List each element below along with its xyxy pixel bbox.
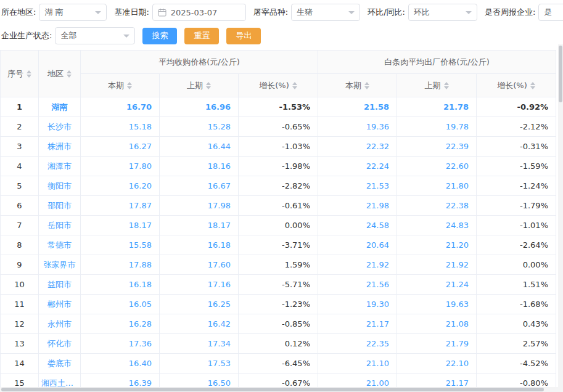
- col-header-factory-current-label: 本期: [345, 80, 361, 91]
- cell-factory-current: 20.64: [318, 235, 397, 255]
- cell-factory-growth: -1.01%: [477, 216, 556, 235]
- col-header-factory-growth-label: 增长(%): [497, 80, 527, 91]
- weekly-report-select[interactable]: 是: [538, 4, 563, 21]
- cell-region[interactable]: 郴州市: [39, 295, 81, 314]
- col-header-factory-previous[interactable]: 上期: [397, 74, 477, 97]
- cell-factory-current: 21.92: [318, 255, 397, 275]
- cell-purchase-previous: 16.25: [160, 295, 239, 314]
- horizontal-scrollbar-thumb[interactable]: [1, 388, 544, 391]
- sort-icon[interactable]: [364, 82, 369, 89]
- table-row[interactable]: 3 株洲市 16.27 16.44 -1.03% 22.32 22.39 -0.…: [1, 137, 556, 157]
- cell-region[interactable]: 张家界市: [39, 255, 81, 275]
- cell-purchase-current: 16.28: [81, 314, 160, 334]
- table-header-sub-row: 本期 上期 增长(%): [1, 74, 556, 97]
- cell-purchase-growth: 0.12%: [239, 334, 318, 354]
- col-header-factory-growth[interactable]: 增长(%): [477, 74, 556, 97]
- reset-button[interactable]: 重置: [184, 28, 219, 44]
- cell-index: 10: [1, 275, 39, 295]
- col-header-purchase-growth[interactable]: 增长(%): [239, 74, 318, 97]
- cell-purchase-growth: -0.61%: [239, 196, 318, 216]
- horizontal-scrollbar[interactable]: [0, 387, 563, 392]
- sort-icon[interactable]: [206, 82, 211, 89]
- table-row[interactable]: 14 娄底市 16.40 17.53 -6.45% 21.10 22.10 -4…: [1, 354, 556, 374]
- cell-index: 6: [1, 196, 39, 216]
- cell-purchase-current: 15.18: [81, 117, 160, 137]
- vertical-scrollbar-thumb[interactable]: [559, 46, 562, 102]
- table-row[interactable]: 9 张家界市 17.88 17.60 1.59% 21.92 21.92 0.0…: [1, 255, 556, 275]
- cell-region[interactable]: 怀化市: [39, 334, 81, 354]
- filter-region-label: 所在地区:: [1, 7, 36, 18]
- sort-icon[interactable]: [67, 70, 72, 78]
- table-row[interactable]: 5 衡阳市 16.20 16.67 -2.82% 21.53 21.80 -1.…: [1, 176, 556, 196]
- sort-icon[interactable]: [530, 82, 535, 89]
- cell-factory-growth: -0.31%: [477, 137, 556, 157]
- cell-index: 11: [1, 295, 39, 314]
- cell-purchase-growth: -1.98%: [239, 157, 318, 176]
- cell-purchase-previous: 17.34: [160, 334, 239, 354]
- cell-factory-previous: 21.08: [397, 314, 477, 334]
- cell-purchase-previous: 16.18: [160, 235, 239, 255]
- sort-icon[interactable]: [444, 82, 449, 89]
- col-header-region[interactable]: 地区: [39, 51, 81, 97]
- region-select[interactable]: 湖 南: [39, 4, 107, 21]
- cell-index: 14: [1, 354, 39, 374]
- col-group-purchase-price-label: 平均收购价格(元/公斤): [158, 57, 240, 67]
- cell-region[interactable]: 湘潭市: [39, 157, 81, 176]
- cell-region[interactable]: 衡阳市: [39, 176, 81, 196]
- table-row[interactable]: 4 湘潭市 17.80 18.16 -1.98% 22.24 22.60 -1.…: [1, 157, 556, 176]
- chevron-down-icon: [95, 11, 101, 14]
- cell-region[interactable]: 邵阳市: [39, 196, 81, 216]
- cell-region[interactable]: 湖南: [39, 97, 81, 117]
- cell-purchase-current: 17.87: [81, 196, 160, 216]
- filter-weekly-report-label: 是否周报企业:: [485, 7, 535, 18]
- cell-factory-growth: -1.79%: [477, 196, 556, 216]
- table-row[interactable]: 2 长沙市 15.18 15.28 -0.65% 19.36 19.78 -2.…: [1, 117, 556, 137]
- cell-region[interactable]: 岳阳市: [39, 216, 81, 235]
- cell-factory-growth: 2.57%: [477, 334, 556, 354]
- app-root: 所在地区: 湖 南 基准日期: 2025-03-07: [0, 0, 563, 392]
- vertical-scrollbar[interactable]: [558, 44, 563, 387]
- cell-purchase-growth: -3.71%: [239, 235, 318, 255]
- cell-purchase-current: 16.18: [81, 275, 160, 295]
- cell-index: 9: [1, 255, 39, 275]
- table-row[interactable]: 12 永州市 16.28 16.42 -0.85% 21.17 21.08 0.…: [1, 314, 556, 334]
- table-row[interactable]: 8 常德市 15.58 16.18 -3.71% 20.64 21.20 -2.…: [1, 235, 556, 255]
- table-row[interactable]: 6 邵阳市 17.87 17.98 -0.61% 21.98 22.38 -1.…: [1, 196, 556, 216]
- table-body: 1 湖南 16.70 16.96 -1.53% 21.58 21.78 -0.9…: [1, 97, 556, 392]
- filter-comparison-label: 环比/同比:: [368, 7, 405, 18]
- cell-region[interactable]: 益阳市: [39, 275, 81, 295]
- cell-region[interactable]: 永州市: [39, 314, 81, 334]
- col-header-factory-current[interactable]: 本期: [318, 74, 397, 97]
- sort-icon[interactable]: [292, 82, 297, 89]
- cell-region[interactable]: 株洲市: [39, 137, 81, 157]
- col-header-purchase-previous[interactable]: 上期: [160, 74, 239, 97]
- base-date-input[interactable]: 2025-03-07: [152, 4, 246, 21]
- production-status-select[interactable]: 全部: [55, 27, 135, 44]
- export-button[interactable]: 导出: [226, 28, 261, 44]
- table-row[interactable]: 11 郴州市 16.05 16.25 -1.23% 19.30 19.63 -1…: [1, 295, 556, 314]
- cell-purchase-current: 17.88: [81, 255, 160, 275]
- table-row[interactable]: 13 怀化市 17.36 17.34 0.12% 22.35 21.79 2.5…: [1, 334, 556, 354]
- comparison-select[interactable]: 环比: [408, 4, 477, 21]
- cell-factory-current: 24.58: [318, 216, 397, 235]
- sort-icon[interactable]: [127, 82, 132, 89]
- cell-factory-current: 21.17: [318, 314, 397, 334]
- table-row[interactable]: 1 湖南 16.70 16.96 -1.53% 21.58 21.78 -0.9…: [1, 97, 556, 117]
- cell-purchase-growth: -1.53%: [239, 97, 318, 117]
- variety-select[interactable]: 生猪: [291, 4, 360, 21]
- sort-icon[interactable]: [27, 70, 31, 78]
- table-row[interactable]: 10 益阳市 16.18 17.16 -5.71% 21.56 21.24 1.…: [1, 275, 556, 295]
- cell-factory-previous: 19.78: [397, 117, 477, 137]
- search-button[interactable]: 搜索: [142, 28, 177, 44]
- cell-region[interactable]: 长沙市: [39, 117, 81, 137]
- region-select-value: 湖 南: [44, 7, 63, 18]
- cell-region[interactable]: 常德市: [39, 235, 81, 255]
- table-row[interactable]: 7 岳阳市 18.17 18.17 0.00% 24.58 24.83 -1.0…: [1, 216, 556, 235]
- cell-factory-previous: 21.20: [397, 235, 477, 255]
- col-header-region-label: 地区: [47, 68, 64, 80]
- col-header-index[interactable]: 序号: [1, 51, 39, 97]
- col-header-purchase-current[interactable]: 本期: [81, 74, 160, 97]
- cell-purchase-current: 16.20: [81, 176, 160, 196]
- cell-region[interactable]: 娄底市: [39, 354, 81, 374]
- cell-purchase-previous: 17.60: [160, 255, 239, 275]
